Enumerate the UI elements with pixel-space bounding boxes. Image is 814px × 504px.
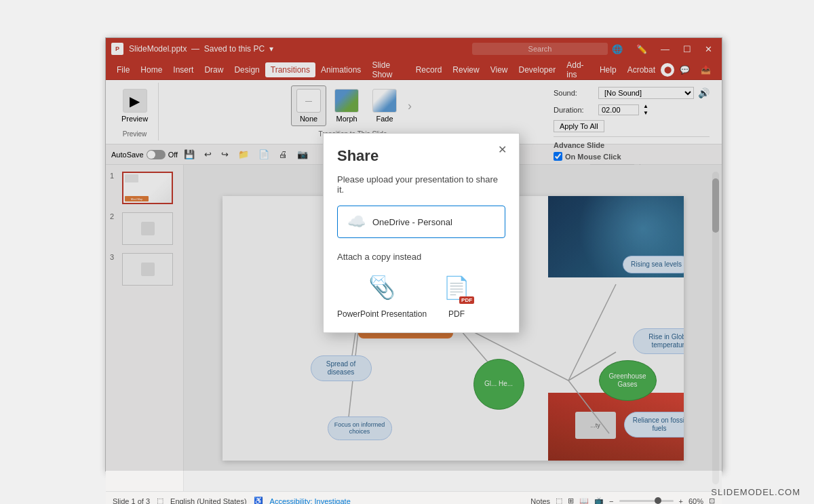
- pdf-badge: PDF: [459, 296, 474, 304]
- zoom-in-icon[interactable]: +: [679, 497, 683, 505]
- share-dialog: ✕ Share Please upload your presentation …: [323, 133, 520, 333]
- dialog-title: Share: [337, 147, 505, 165]
- attach-options: 📎 ✉️ PowerPoint Presentation 📄 PDF PDF: [337, 270, 505, 319]
- onedrive-label: OneDrive - Personal: [372, 217, 452, 227]
- slide-layout-icon: ⬚: [157, 497, 163, 504]
- normal-view-icon[interactable]: ⬚: [556, 497, 562, 504]
- ppt-envelope-icon: ✉️: [371, 273, 386, 288]
- slide-sorter-icon[interactable]: ⊞: [568, 497, 574, 504]
- attach-section-label: Attach a copy instead: [337, 252, 505, 262]
- accessibility-label[interactable]: Accessibility: Investigate: [270, 497, 351, 505]
- dialog-subtitle: Please upload your presentation to share…: [337, 174, 505, 195]
- zoom-out-icon[interactable]: −: [609, 497, 613, 505]
- reading-view-icon[interactable]: 📖: [579, 497, 589, 504]
- fit-slide-icon[interactable]: ⊡: [709, 497, 715, 504]
- slide-info: Slide 1 of 3: [113, 497, 150, 505]
- dialog-close-button[interactable]: ✕: [492, 140, 512, 159]
- language-label: English (United States): [170, 497, 247, 505]
- pdf-label: PDF: [448, 309, 465, 319]
- onedrive-button[interactable]: ☁️ OneDrive - Personal: [337, 206, 505, 238]
- pdf-icon: 📄 PDF: [440, 270, 473, 305]
- notes-label[interactable]: Notes: [530, 497, 550, 505]
- presenter-view-icon[interactable]: 📺: [594, 497, 604, 504]
- zoom-slider[interactable]: [619, 500, 674, 502]
- watermark: SLIDEMODEL.COM: [711, 487, 800, 497]
- ppt-icon: 📎 ✉️: [366, 270, 398, 305]
- attach-ppt[interactable]: 📎 ✉️ PowerPoint Presentation: [337, 270, 427, 319]
- onedrive-icon: ☁️: [347, 213, 366, 231]
- zoom-thumb: [655, 497, 661, 504]
- status-bar: Slide 1 of 3 ⬚ English (United States) ♿…: [106, 491, 722, 504]
- status-right: Notes ⬚ ⊞ 📖 📺 − + 60% ⊡: [530, 497, 715, 504]
- attach-pdf[interactable]: 📄 PDF PDF: [440, 270, 473, 319]
- zoom-level[interactable]: 60%: [689, 497, 703, 505]
- ppt-window: P SlideModel.pptx — Saved to this PC ▾ 🌐…: [105, 37, 722, 471]
- accessibility-icon: ♿: [254, 497, 263, 504]
- ppt-label: PowerPoint Presentation: [337, 309, 427, 319]
